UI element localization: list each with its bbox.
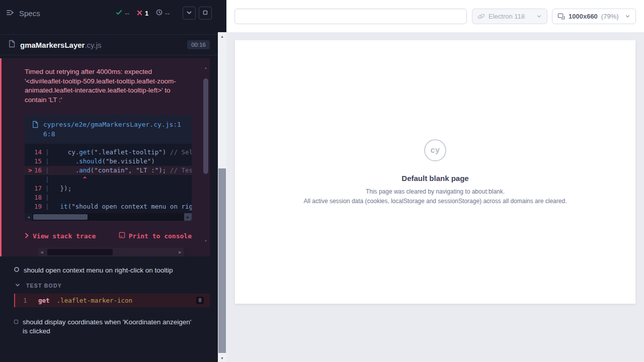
- stat-failed: 1: [137, 10, 148, 17]
- command-method: get: [38, 297, 50, 304]
- cypress-logo: cy: [424, 139, 446, 161]
- test-row-coordinates[interactable]: should display coordinates when 'Koordin…: [0, 313, 218, 339]
- scroll-thumb[interactable]: [203, 78, 208, 174]
- reporter-header: Specs -- 1: [0, 0, 218, 26]
- file-icon: [32, 121, 39, 130]
- command-log-row[interactable]: 1 get .leaflet-marker-icon 0: [14, 294, 210, 307]
- viewport-size: 1000x660: [569, 13, 598, 20]
- test-running-icon: [14, 267, 19, 272]
- stat-passed: --: [116, 9, 129, 17]
- browser-selector[interactable]: Electron 118: [472, 9, 547, 24]
- error-actions: View stack trace Print to console: [25, 232, 192, 240]
- pending-count: --: [165, 10, 170, 17]
- specs-menu-button[interactable]: Specs: [6, 9, 40, 18]
- spec-name-base: gmaMarkersLayer: [20, 41, 85, 49]
- scroll-down-arrow[interactable]: ▼: [220, 354, 224, 362]
- spec-duration-badge: 00:16: [187, 40, 210, 49]
- stat-pending: --: [156, 9, 170, 17]
- code-lines: 14| cy.get(".leaflet-tooltip") // Sele 1…: [25, 148, 192, 211]
- blank-page-message-2: All active session data (cookies, localS…: [304, 198, 567, 205]
- spec-name: gmaMarkersLayer.cy.js: [20, 41, 101, 49]
- chevron-down-icon: [536, 14, 542, 19]
- code-line: 15| .should("be.visible"): [25, 157, 192, 166]
- scroll-right-arrow[interactable]: ▶: [177, 250, 184, 254]
- scroll-track[interactable]: [203, 71, 208, 237]
- electron-icon: [477, 13, 485, 20]
- scroll-thumb[interactable]: [47, 249, 113, 255]
- viewport-selector[interactable]: 1000x660 (79%): [552, 9, 636, 24]
- test-title: should display coordinates when 'Koordin…: [23, 318, 192, 336]
- print-icon: [119, 232, 125, 240]
- failed-count: 1: [145, 10, 148, 17]
- error-horizontal-scrollbar: ◀ ▶: [38, 248, 192, 256]
- code-frame-file-link[interactable]: cypress/e2e/gmaMarkersLayer.cy.js:16:8: [25, 115, 192, 144]
- chevron-down-icon: [625, 14, 630, 19]
- error-message: Timed out retrying after 4000ms: expecte…: [25, 67, 192, 105]
- scroll-down-arrow[interactable]: ▼: [204, 237, 207, 244]
- chevron-right-icon: [25, 232, 29, 240]
- aut-iframe-panel: cy Default blank page This page was clea…: [235, 40, 635, 304]
- code-line: 19| it("should open context menu on righ: [25, 202, 192, 211]
- test-stats: -- 1 --: [116, 9, 170, 17]
- file-icon: [8, 40, 16, 50]
- code-line: >16| .and("contain", "LT :"); // Test: [25, 166, 192, 175]
- code-line: | ^: [25, 175, 192, 184]
- command-count-badge: 0: [196, 297, 204, 304]
- test-row-context-menu[interactable]: should open context menu on right-click …: [0, 261, 218, 279]
- print-to-console-link[interactable]: Print to console: [119, 232, 192, 240]
- view-stack-trace-label: View stack trace: [33, 232, 96, 240]
- collapse-all-button[interactable]: [183, 7, 196, 20]
- code-line: 18|: [25, 193, 192, 202]
- test-pending-icon: [14, 320, 18, 324]
- command-target: .leaflet-marker-icon: [57, 297, 133, 304]
- failed-attempt-region: Timed out retrying after 4000ms: expecte…: [0, 58, 210, 256]
- blank-page-message-1: This page was cleared by navigating to a…: [366, 188, 505, 195]
- stop-button[interactable]: [199, 7, 212, 20]
- scroll-left-arrow[interactable]: ◀: [38, 250, 45, 254]
- chevron-down-icon: [186, 9, 192, 18]
- error-vertical-scrollbar: ▲ ▼: [202, 64, 210, 244]
- view-stack-trace-link[interactable]: View stack trace: [25, 232, 96, 240]
- scroll-up-arrow[interactable]: ▲: [204, 64, 207, 71]
- code-frame-horizontal-scrollbar: ◀ ▶: [25, 213, 192, 221]
- passed-count: --: [125, 10, 129, 17]
- code-frame: cypress/e2e/gmaMarkersLayer.cy.js:16:8 1…: [25, 115, 192, 221]
- specs-label: Specs: [19, 9, 40, 18]
- reporter-scrollbar: ▲ ▼: [218, 32, 226, 362]
- scroll-track[interactable]: [218, 40, 226, 354]
- scroll-up-arrow[interactable]: ▲: [220, 32, 224, 40]
- header-controls: [183, 7, 212, 20]
- test-body-label: TEST BODY: [26, 283, 62, 289]
- url-input[interactable]: [234, 9, 467, 24]
- spec-name-ext: .cy.js: [85, 41, 101, 49]
- aut-area: Electron 118 1000x660 (79%) cy Default b…: [226, 0, 644, 362]
- blank-page-title: Default blank page: [401, 174, 468, 183]
- reporter-sidebar: Specs -- 1: [0, 0, 226, 362]
- clock-icon: [156, 9, 163, 17]
- test-title: should open context menu on right-click …: [24, 266, 173, 275]
- spec-header-row[interactable]: gmaMarkersLayer.cy.js 00:16: [0, 34, 218, 55]
- chevron-down-icon: [15, 283, 20, 289]
- viewport-icon: [557, 13, 565, 20]
- code-frame-file-path: cypress/e2e/gmaMarkersLayer.cy.js:16:8: [43, 120, 184, 139]
- scroll-track[interactable]: [32, 213, 184, 221]
- scrollbar-corner: [184, 248, 192, 256]
- code-line: 14| cy.get(".leaflet-tooltip") // Sele: [25, 148, 192, 157]
- code-frame-body: 14| cy.get(".leaflet-tooltip") // Sele 1…: [25, 144, 192, 213]
- viewport-scale: (79%): [601, 13, 619, 20]
- aut-toolbar: Electron 118 1000x660 (79%): [226, 0, 644, 32]
- command-number: 1: [23, 297, 32, 304]
- browser-label: Electron 118: [489, 13, 525, 20]
- scroll-thumb[interactable]: [33, 214, 88, 220]
- print-to-console-label: Print to console: [129, 232, 192, 240]
- x-icon: [137, 10, 142, 17]
- reporter: Specs -- 1: [0, 0, 218, 362]
- code-line: 17| });: [25, 184, 192, 193]
- scroll-thumb[interactable]: [218, 168, 226, 353]
- test-body-toggle[interactable]: TEST BODY: [0, 279, 218, 292]
- scroll-track[interactable]: [45, 248, 177, 256]
- cypress-logo-text: cy: [431, 146, 440, 155]
- check-icon: [116, 9, 122, 17]
- scroll-right-arrow[interactable]: ▶: [184, 213, 192, 221]
- scroll-left-arrow[interactable]: ◀: [25, 213, 32, 221]
